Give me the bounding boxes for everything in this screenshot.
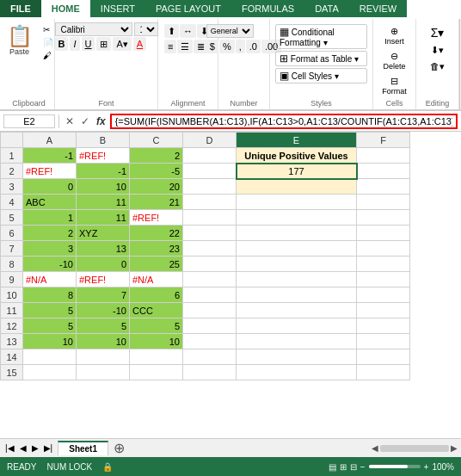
format-as-table-button[interactable]: ⊞ Format as Table ▾ bbox=[275, 51, 367, 66]
cell-E15[interactable] bbox=[237, 365, 357, 380]
cell-B12[interactable]: 5 bbox=[77, 318, 130, 334]
add-sheet-button[interactable]: ⊕ bbox=[114, 440, 125, 456]
cell-B5[interactable]: 11 bbox=[77, 210, 130, 226]
format-painter-button[interactable]: 🖌 bbox=[40, 50, 57, 61]
cell-E11[interactable] bbox=[237, 303, 357, 318]
paste-button[interactable]: 📋 Paste bbox=[2, 22, 38, 59]
cell-B13[interactable]: 10 bbox=[77, 334, 130, 349]
cell-B4[interactable]: 11 bbox=[77, 195, 130, 210]
cell-E13[interactable] bbox=[237, 334, 357, 349]
tab-file[interactable]: FILE bbox=[0, 0, 41, 17]
align-middle-button[interactable]: ↔ bbox=[180, 24, 196, 38]
cell-D5[interactable] bbox=[183, 210, 237, 226]
cell-C7[interactable]: 23 bbox=[130, 241, 183, 257]
underline-button[interactable]: U bbox=[82, 37, 95, 51]
cell-E4[interactable] bbox=[237, 195, 357, 210]
cell-C8[interactable]: 25 bbox=[130, 257, 183, 272]
formula-cancel-icon[interactable]: ✕ bbox=[63, 114, 77, 128]
formula-confirm-icon[interactable]: ✓ bbox=[78, 114, 92, 128]
horizontal-scrollbar[interactable]: ◀ ▶ bbox=[372, 443, 458, 453]
cell-A1[interactable]: -1 bbox=[23, 148, 77, 164]
italic-button[interactable]: I bbox=[70, 37, 79, 51]
conditional-formatting-button[interactable]: ▦ Conditional Formatting ▾ bbox=[275, 24, 367, 49]
align-top-button[interactable]: ⬆ bbox=[164, 24, 179, 38]
col-header-B[interactable]: B bbox=[77, 133, 130, 148]
cell-B8[interactable]: 0 bbox=[77, 257, 130, 272]
sheet-prev-btn[interactable]: ◀ bbox=[18, 443, 28, 453]
font-size-select[interactable]: 11 bbox=[134, 22, 158, 36]
cell-F14[interactable] bbox=[357, 349, 410, 365]
cell-E7[interactable] bbox=[237, 241, 357, 257]
cell-B9[interactable]: #REF! bbox=[77, 272, 130, 287]
cell-D12[interactable] bbox=[183, 318, 237, 334]
col-header-D[interactable]: D bbox=[183, 133, 237, 148]
name-box[interactable] bbox=[3, 114, 55, 128]
cell-B15[interactable] bbox=[77, 365, 130, 380]
cell-F5[interactable] bbox=[357, 210, 410, 226]
cell-C13[interactable]: 10 bbox=[130, 334, 183, 349]
cell-F10[interactable] bbox=[357, 287, 410, 303]
delete-cells-button[interactable]: ⊖Delete bbox=[379, 49, 409, 72]
cell-F15[interactable] bbox=[357, 365, 410, 380]
cell-C10[interactable]: 6 bbox=[130, 287, 183, 303]
cell-F11[interactable] bbox=[357, 303, 410, 318]
comma-button[interactable]: , bbox=[236, 40, 245, 53]
insert-cells-button[interactable]: ⊕Insert bbox=[381, 24, 408, 47]
autosum-button[interactable]: Σ▾ bbox=[425, 24, 451, 41]
view-preview-btn[interactable]: ⊟ bbox=[350, 462, 357, 472]
fill-color-button[interactable]: A▾ bbox=[113, 37, 131, 51]
cell-C12[interactable]: 5 bbox=[130, 318, 183, 334]
cell-A4[interactable]: ABC bbox=[23, 195, 77, 210]
cell-F6[interactable] bbox=[357, 226, 410, 241]
cell-D3[interactable] bbox=[183, 179, 237, 195]
cell-F13[interactable] bbox=[357, 334, 410, 349]
border-button[interactable]: ⊞ bbox=[96, 37, 111, 51]
cell-B3[interactable]: 10 bbox=[77, 179, 130, 195]
cell-E2[interactable]: 177 bbox=[237, 164, 357, 179]
cell-F7[interactable] bbox=[357, 241, 410, 257]
zoom-out-btn[interactable]: − bbox=[360, 462, 366, 472]
cut-button[interactable]: ✂ bbox=[40, 24, 57, 35]
sheet-next-btn[interactable]: ▶ bbox=[30, 443, 40, 453]
cell-A14[interactable] bbox=[23, 349, 77, 365]
cell-A8[interactable]: -10 bbox=[23, 257, 77, 272]
tab-home[interactable]: HOME bbox=[41, 0, 90, 17]
tab-review[interactable]: REVIEW bbox=[349, 0, 407, 17]
cell-A7[interactable]: 3 bbox=[23, 241, 77, 257]
format-cells-button[interactable]: ⊟Format bbox=[378, 74, 410, 97]
cell-A6[interactable]: 2 bbox=[23, 226, 77, 241]
cell-E9[interactable] bbox=[237, 272, 357, 287]
cell-A9[interactable]: #N/A bbox=[23, 272, 77, 287]
cell-B10[interactable]: 7 bbox=[77, 287, 130, 303]
tab-insert[interactable]: INSERT bbox=[90, 0, 145, 17]
cell-B11[interactable]: -10 bbox=[77, 303, 130, 318]
cell-F4[interactable] bbox=[357, 195, 410, 210]
cell-C6[interactable]: 22 bbox=[130, 226, 183, 241]
cell-C4[interactable]: 21 bbox=[130, 195, 183, 210]
cell-C5[interactable]: #REF! bbox=[130, 210, 183, 226]
view-page-btn[interactable]: ⊞ bbox=[340, 462, 347, 472]
cell-E1[interactable]: Unique Positive Values bbox=[237, 148, 357, 164]
cell-D1[interactable] bbox=[183, 148, 237, 164]
cell-styles-button[interactable]: ▣ Cell Styles ▾ bbox=[275, 68, 367, 83]
font-family-select[interactable]: Calibri bbox=[55, 22, 132, 36]
fill-button[interactable]: ⬇▾ bbox=[425, 43, 451, 58]
tab-data[interactable]: DATA bbox=[304, 0, 349, 17]
cell-D4[interactable] bbox=[183, 195, 237, 210]
cell-D15[interactable] bbox=[183, 365, 237, 380]
cell-E12[interactable] bbox=[237, 318, 357, 334]
col-header-A[interactable]: A bbox=[23, 133, 77, 148]
cell-E14[interactable] bbox=[237, 349, 357, 365]
percent-button[interactable]: % bbox=[219, 40, 235, 53]
cell-F8[interactable] bbox=[357, 257, 410, 272]
clear-button[interactable]: 🗑▾ bbox=[425, 59, 451, 74]
sheet-last-btn[interactable]: ▶| bbox=[42, 443, 55, 453]
cell-E8[interactable] bbox=[237, 257, 357, 272]
formula-input[interactable] bbox=[110, 114, 458, 129]
cell-C14[interactable] bbox=[130, 349, 183, 365]
col-header-E[interactable]: E bbox=[237, 133, 357, 148]
cell-F2[interactable] bbox=[357, 164, 410, 179]
number-format-select[interactable]: General bbox=[206, 24, 254, 38]
font-color-button[interactable]: A bbox=[133, 37, 146, 51]
sheet-tab-sheet1[interactable]: Sheet1 bbox=[58, 441, 108, 455]
